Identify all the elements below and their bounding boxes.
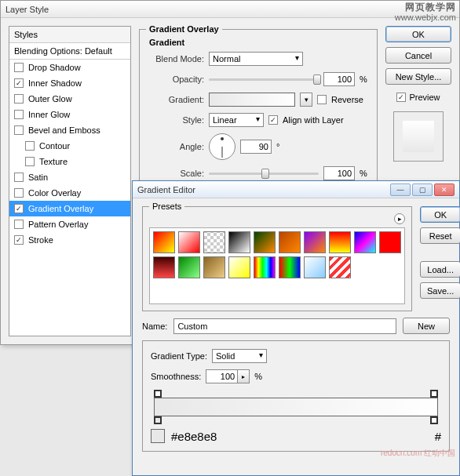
preset-swatch[interactable] [153, 256, 175, 278]
ge-save-button[interactable]: Save... [420, 282, 460, 299]
preset-swatch[interactable] [279, 256, 301, 278]
preset-swatch[interactable] [203, 256, 225, 278]
opacity-input[interactable] [323, 72, 355, 86]
style-item-outer-glow[interactable]: Outer Glow [9, 91, 130, 107]
style-item-texture[interactable]: Texture [9, 154, 130, 169]
section-legend: Gradient Overlay [146, 24, 222, 34]
gradient-settings-fieldset: Gradient Type: Solid Smoothness: ▸ % [142, 340, 450, 452]
style-item-gradient-overlay[interactable]: Gradient Overlay [9, 201, 130, 216]
preset-swatch[interactable] [279, 231, 301, 253]
preset-swatch[interactable] [203, 231, 225, 253]
opacity-slider[interactable] [209, 78, 319, 81]
style-checkbox[interactable] [14, 173, 24, 182]
style-item-inner-shadow[interactable]: Inner Shadow [9, 75, 130, 91]
style-checkbox[interactable] [14, 94, 24, 104]
color-swatch-left[interactable] [151, 429, 165, 443]
name-input[interactable] [173, 318, 396, 334]
preset-swatch[interactable] [354, 231, 376, 253]
style-checkbox[interactable] [14, 220, 24, 229]
opacity-stop-left[interactable] [154, 390, 162, 398]
scale-slider[interactable] [209, 173, 319, 175]
style-item-pattern-overlay[interactable]: Pattern Overlay [9, 216, 130, 232]
reverse-label: Reverse [331, 95, 363, 104]
smoothness-input[interactable] [206, 369, 237, 383]
preset-swatch[interactable] [228, 231, 250, 253]
preset-swatch[interactable] [379, 231, 401, 253]
style-label: Stroke [28, 235, 53, 245]
gradient-dropdown[interactable]: ▾ [300, 93, 312, 107]
angle-unit: ° [276, 142, 279, 151]
ge-load-button[interactable]: Load... [420, 261, 460, 278]
gradient-editor-title: Gradient Editor [137, 181, 195, 198]
angle-input[interactable] [240, 140, 272, 154]
preset-swatch[interactable] [254, 231, 276, 253]
cancel-button[interactable]: Cancel [385, 47, 451, 64]
styles-header[interactable]: Styles [9, 27, 130, 43]
color-stop-right[interactable] [430, 416, 438, 424]
gradient-type-select[interactable]: Solid [212, 349, 267, 363]
scale-label: Scale: [149, 169, 204, 178]
presets-swatches [149, 227, 405, 304]
style-label: Bevel and Emboss [28, 125, 100, 135]
style-item-satin[interactable]: Satin [9, 169, 130, 185]
preset-swatch[interactable] [228, 256, 250, 278]
watermark: 网页教学网 www.webjx.com [395, 2, 456, 22]
style-checkbox[interactable] [25, 157, 35, 166]
blend-mode-label: Blend Mode: [149, 54, 204, 64]
preset-swatch[interactable] [178, 231, 200, 253]
align-checkbox[interactable] [268, 115, 278, 125]
color-stop-left[interactable] [154, 416, 162, 424]
maximize-button[interactable]: ▢ [412, 183, 433, 196]
blending-options-item[interactable]: Blending Options: Default [9, 43, 130, 60]
style-item-inner-glow[interactable]: Inner Glow [9, 107, 130, 122]
gradient-label: Gradient: [149, 95, 204, 104]
preset-swatch[interactable] [304, 231, 326, 253]
smoothness-spinner[interactable]: ▸ [237, 369, 250, 383]
style-checkbox[interactable] [25, 141, 35, 151]
preset-swatch[interactable] [304, 256, 326, 278]
angle-dial[interactable] [209, 133, 235, 160]
preset-swatch[interactable] [178, 256, 200, 278]
preview-label: Preview [409, 93, 440, 102]
style-item-bevel-and-emboss[interactable]: Bevel and Emboss [9, 122, 130, 138]
style-checkbox[interactable] [14, 110, 24, 119]
presets-menu-icon[interactable]: ▸ [394, 213, 405, 224]
style-checkbox[interactable] [14, 235, 24, 245]
style-checkbox[interactable] [14, 78, 24, 88]
red-watermark: redocn.com 红动中国 [381, 448, 455, 459]
presets-fieldset: Presets ▸ [142, 206, 412, 311]
style-item-contour[interactable]: Contour [9, 138, 130, 154]
style-item-drop-shadow[interactable]: Drop Shadow [9, 60, 130, 75]
style-checkbox[interactable] [14, 188, 24, 198]
scale-input[interactable] [323, 166, 355, 180]
blend-mode-select[interactable]: Normal [209, 52, 303, 66]
preset-swatch[interactable] [329, 231, 351, 253]
preset-swatch[interactable] [153, 231, 175, 253]
ge-reset-button[interactable]: Reset [420, 227, 460, 244]
style-label: Gradient Overlay [28, 204, 93, 213]
gradient-swatch[interactable] [209, 93, 295, 107]
style-checkbox[interactable] [14, 63, 24, 72]
style-checkbox[interactable] [14, 204, 24, 213]
preview-checkbox[interactable] [396, 93, 406, 102]
minimize-button[interactable]: — [390, 183, 411, 196]
name-label: Name: [142, 322, 167, 331]
ge-new-button[interactable]: New [403, 318, 450, 334]
style-select[interactable]: Linear [209, 113, 264, 127]
preset-swatch[interactable] [254, 256, 276, 278]
ok-button[interactable]: OK [385, 26, 451, 42]
presets-legend: Presets [149, 202, 184, 211]
style-label: Pattern Overlay [28, 220, 88, 229]
style-item-stroke[interactable]: Stroke [9, 232, 130, 248]
style-item-color-overlay[interactable]: Color Overlay [9, 185, 130, 201]
opacity-stop-right[interactable] [430, 390, 438, 398]
close-button[interactable]: ✕ [434, 183, 455, 196]
preset-swatch[interactable] [329, 256, 351, 278]
new-style-button[interactable]: New Style... [385, 68, 451, 85]
style-checkbox[interactable] [14, 125, 24, 135]
scale-unit: % [360, 169, 367, 178]
style-label: Style: [149, 115, 204, 125]
ge-ok-button[interactable]: OK [420, 206, 460, 223]
gradient-bar[interactable] [151, 390, 441, 424]
reverse-checkbox[interactable] [317, 95, 327, 104]
